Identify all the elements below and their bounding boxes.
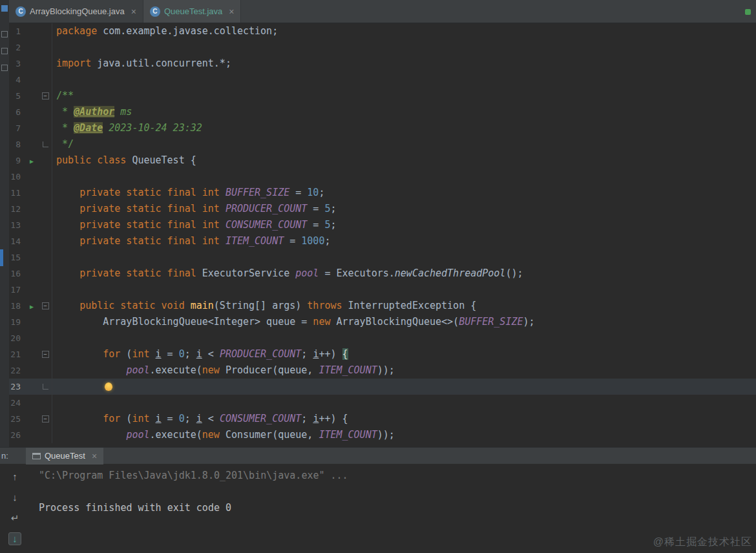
code-line[interactable]: 4 (9, 72, 756, 88)
down-stack-trace-icon[interactable]: ↓ (8, 491, 21, 504)
line-number: 18 (9, 298, 25, 314)
fold-collapse-icon[interactable]: − (42, 92, 49, 99)
code-line[interactable]: 7 * @Date 2023-10-24 23:32 (9, 120, 756, 136)
tab-arrayblockingqueue-java[interactable]: C ArrayBlockingQueue.java × (9, 0, 143, 23)
code-text: for (int i = 0; i < PRODUCER_COUNT; i++)… (52, 346, 756, 362)
fold-cell (39, 120, 52, 136)
code-line[interactable]: 5−/** (9, 88, 756, 104)
tool-icon[interactable] (1, 65, 8, 71)
fold-cell (39, 233, 52, 249)
code-line[interactable]: 2 (9, 39, 756, 56)
code-line[interactable]: 10 (9, 169, 756, 185)
tab-label: ArrayBlockingQueue.java (30, 6, 125, 16)
code-editor[interactable]: 1package com.example.javase.collection;2… (9, 23, 756, 447)
code-text: import java.util.concurrent.*; (52, 56, 756, 72)
code-line[interactable]: 26 pool.execute(new Consumer(queue, ITEM… (9, 427, 756, 443)
code-text: private static final int BUFFER_SIZE = 1… (52, 185, 756, 201)
ide-window: C ArrayBlockingQueue.java × C QueueTest.… (0, 0, 756, 553)
gutter-icon-cell (25, 249, 39, 266)
console-body: ↑ ↓ ↵ ↓ "C:\Program Files\Java\jdk1.8.0_… (0, 464, 756, 553)
gutter-icon-cell (25, 314, 39, 330)
fold-collapse-icon[interactable]: − (42, 351, 49, 358)
code-line[interactable]: 6 * @Author ms (9, 104, 756, 120)
soft-wrap-icon[interactable]: ↵ (8, 512, 21, 525)
fold-cell (39, 23, 52, 39)
line-number: 9 (9, 152, 25, 169)
code-line[interactable]: 13 private static final int CONSUMER_COU… (9, 217, 756, 233)
line-number: 25 (9, 411, 25, 427)
code-line[interactable]: 18▶− public static void main(String[] ar… (9, 298, 756, 314)
gutter-icon-cell (25, 201, 39, 217)
gutter-icon-cell (25, 136, 39, 152)
line-number: 4 (9, 72, 25, 88)
line-number: 20 (9, 330, 25, 346)
line-number: 6 (9, 104, 25, 120)
close-tab-icon[interactable]: × (131, 6, 136, 17)
tool-icon[interactable] (1, 48, 8, 54)
gutter-icon-cell (25, 88, 39, 104)
code-text: pool.execute(new Producer(queue, ITEM_CO… (52, 362, 756, 379)
gutter-icon-cell (25, 362, 39, 379)
code-text: public class QueueTest { (52, 152, 756, 169)
fold-collapse-icon[interactable]: − (42, 415, 49, 423)
line-number: 11 (9, 185, 25, 201)
code-line[interactable]: 16 private static final ExecutorService … (9, 266, 756, 282)
fold-collapse-icon[interactable]: − (42, 302, 49, 309)
gutter-icon-cell (25, 56, 39, 72)
code-line[interactable]: 14 private static final int ITEM_COUNT =… (9, 233, 756, 249)
tool-icon[interactable] (1, 31, 8, 37)
line-number: 26 (9, 427, 25, 443)
tab-queuetest-java[interactable]: C QueueTest.java × (143, 0, 242, 23)
gutter-icon-cell (25, 266, 39, 282)
console-line: "C:\Program Files\Java\jdk1.8.0_201\bin\… (39, 468, 756, 484)
code-line[interactable]: 23 (9, 379, 756, 395)
code-line[interactable]: 22 pool.execute(new Producer(queue, ITEM… (9, 362, 756, 379)
fold-cell (39, 395, 52, 411)
gutter-icon-cell (25, 282, 39, 298)
fold-end-icon[interactable] (43, 384, 48, 390)
fold-cell (39, 152, 52, 169)
code-line[interactable]: 21− for (int i = 0; i < PRODUCER_COUNT; … (9, 346, 756, 362)
project-tool-icon[interactable] (1, 5, 8, 12)
close-console-tab-icon[interactable]: × (92, 451, 97, 461)
fold-cell (39, 427, 52, 443)
line-number: 10 (9, 169, 25, 185)
code-line[interactable]: 8 */ (9, 136, 756, 152)
code-line[interactable]: 25− for (int i = 0; i < CONSUMER_COUNT; … (9, 411, 756, 427)
gutter-icon-cell (25, 379, 39, 395)
code-line[interactable]: 15 (9, 249, 756, 266)
code-line[interactable]: 19 ArrayBlockingQueue<Integer> queue = n… (9, 314, 756, 330)
code-text: for (int i = 0; i < CONSUMER_COUNT; i++)… (52, 411, 756, 427)
intention-bulb-icon[interactable] (105, 382, 112, 391)
fold-cell (39, 217, 52, 233)
code-line[interactable]: 24 (9, 395, 756, 411)
code-line[interactable]: 11 private static final int BUFFER_SIZE … (9, 185, 756, 201)
code-line[interactable]: 12 private static final int PRODUCER_COU… (9, 201, 756, 217)
line-number: 7 (9, 120, 25, 136)
fold-cell (39, 249, 52, 266)
up-stack-trace-icon[interactable]: ↑ (8, 470, 21, 483)
run-line-icon[interactable]: ▶ (30, 303, 34, 310)
code-text (52, 249, 756, 266)
close-tab-icon[interactable]: × (229, 6, 234, 17)
code-text (52, 72, 756, 88)
line-number: 24 (9, 395, 25, 411)
code-text (52, 39, 756, 56)
inspections-indicator[interactable] (745, 9, 751, 15)
code-line[interactable]: 1package com.example.javase.collection; (9, 23, 756, 39)
code-line[interactable]: 17 (9, 282, 756, 298)
fold-end-icon[interactable] (43, 141, 48, 147)
scroll-to-end-icon[interactable]: ↓ (8, 532, 21, 545)
gutter-icon-cell (25, 233, 39, 249)
console-tab-queuetest[interactable]: QueueTest × (26, 448, 103, 464)
line-number: 21 (9, 346, 25, 362)
run-line-icon[interactable]: ▶ (30, 158, 34, 165)
code-line[interactable]: 9▶public class QueueTest { (9, 152, 756, 169)
line-number: 14 (9, 233, 25, 249)
console-output[interactable]: "C:\Program Files\Java\jdk1.8.0_201\bin\… (30, 464, 756, 553)
left-tool-window-bar (0, 0, 9, 447)
code-line[interactable]: 20 (9, 330, 756, 346)
run-label-fragment: n: (0, 451, 26, 461)
code-line[interactable]: 3import java.util.concurrent.*; (9, 56, 756, 72)
java-class-icon: C (16, 6, 26, 17)
